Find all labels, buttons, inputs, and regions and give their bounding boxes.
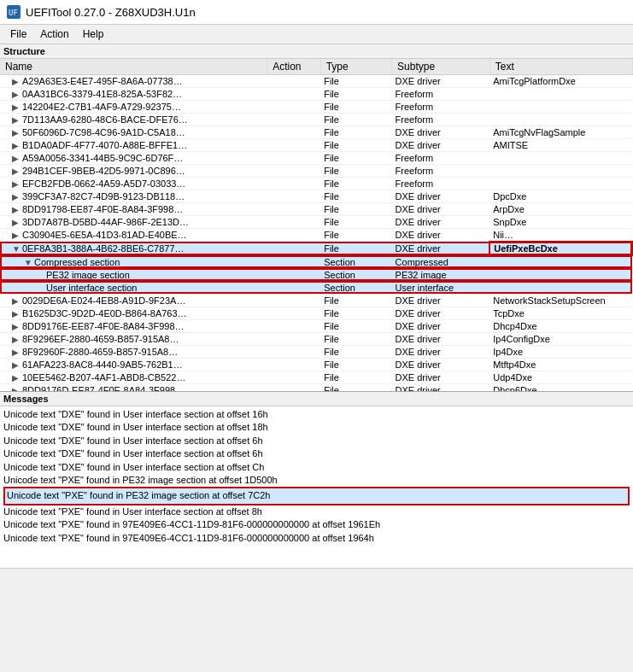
table-row[interactable]: ▶ 8F9296EF-2880-4659-B857-915A8…FileDXE …: [0, 332, 632, 345]
collapse-icon[interactable]: ▼: [24, 258, 34, 267]
row-name-text: A29A63E3-E4E7-495F-8A6A-07738…: [22, 76, 183, 86]
row-name-text: 8DD9176D-EE87-4F0E-8A84-3F998…: [22, 385, 185, 393]
row-name-text: 3DD7A87B-D5BD-44AF-986F-2E13D…: [22, 217, 189, 227]
expand-icon[interactable]: ▶: [12, 231, 22, 240]
expand-icon[interactable]: ▶: [12, 141, 22, 150]
subtype-cell: PE32 image: [392, 268, 490, 281]
text-cell: [489, 178, 632, 190]
table-row[interactable]: ▶ 142204E2-C7B1-4AF9-A729-92375…FileFree…: [0, 101, 632, 114]
expand-icon[interactable]: ▶: [12, 205, 22, 214]
type-cell: File: [320, 139, 391, 152]
subtype-cell: DXE driver: [392, 229, 490, 243]
table-row[interactable]: ▼ 0EF8A3B1-388A-4B62-8BE6-C7877…FileDXE …: [0, 242, 632, 255]
row-name-text: 8DD91798-EE87-4F0E-8A84-3F998…: [22, 204, 183, 214]
menu-help[interactable]: Help: [76, 26, 111, 42]
expand-icon[interactable]: ▶: [12, 77, 22, 86]
row-name-text: 61AFA223-8AC8-4440-9AB5-762B1…: [22, 359, 183, 370]
text-cell: AmiTcgPlatformDxe: [489, 75, 632, 88]
table-row[interactable]: ▶ 10EE5462-B207-4AF1-ABD8-CB522…FileDXE …: [0, 371, 632, 383]
name-cell: ▶ 7D113AA9-6280-48C6-BACE-DFE76…: [0, 114, 267, 126]
collapse-icon[interactable]: ▼: [12, 244, 22, 254]
structure-panel[interactable]: Name Action Type Subtype Text ▶ A29A63E3…: [0, 59, 633, 392]
messages-panel[interactable]: Unicode text "DXE" found in User interfa…: [0, 406, 633, 569]
table-row[interactable]: ▶ 0029DE6A-E024-4EB8-A91D-9F23A…FileDXE …: [0, 294, 632, 307]
table-row[interactable]: ▶ 61AFA223-8AC8-4440-9AB5-762B1…FileDXE …: [0, 358, 632, 371]
table-row[interactable]: ▶ EFCB2FDB-0662-4A59-A5D7-03033…FileFree…: [0, 178, 632, 190]
table-row[interactable]: ▼ Compressed sectionSectionCompressed: [0, 255, 632, 268]
type-cell: File: [320, 203, 391, 216]
subtype-cell: DXE driver: [392, 345, 490, 358]
type-cell: File: [320, 358, 391, 371]
table-row[interactable]: ▶ 7D113AA9-6280-48C6-BACE-DFE76…FileFree…: [0, 114, 632, 126]
table-row[interactable]: PE32 image sectionSectionPE32 image: [0, 268, 632, 281]
subtype-cell: DXE driver: [392, 358, 490, 371]
row-name-text: 7D113AA9-6280-48C6-BACE-DFE76…: [22, 114, 188, 125]
type-cell: File: [320, 332, 391, 345]
table-row[interactable]: ▶ 294B1CEF-9BEB-42D5-9971-0C896…FileFree…: [0, 165, 632, 178]
table-row[interactable]: User interface sectionSectionUser interf…: [0, 281, 632, 294]
table-header-row: Name Action Type Subtype Text: [0, 59, 632, 75]
text-cell: [489, 114, 632, 126]
row-name-text: PE32 image section: [46, 270, 130, 280]
type-cell: File: [320, 101, 391, 114]
expand-icon[interactable]: ▶: [12, 128, 22, 137]
table-row[interactable]: ▶ B1625D3C-9D2D-4E0D-B864-8A763…FileDXE …: [0, 307, 632, 319]
table-row[interactable]: ▶ 8DD9176E-EE87-4F0E-8A84-3F998…FileDXE …: [0, 319, 632, 332]
text-cell: SnpDxe: [489, 216, 632, 229]
row-name-text: B1625D3C-9D2D-4E0D-B864-8A763…: [22, 308, 187, 318]
menu-file[interactable]: File: [3, 26, 33, 42]
text-cell: Udp4Dxe: [489, 371, 632, 383]
expand-icon[interactable]: ▶: [12, 348, 22, 357]
name-cell: ▶ 8DD91798-EE87-4F0E-8A84-3F998…: [0, 203, 267, 216]
name-cell: ▶ 399CF3A7-82C7-4D9B-9123-DB118…: [0, 190, 267, 203]
expand-icon[interactable]: ▶: [12, 360, 22, 370]
text-cell: TcpDxe: [489, 307, 632, 319]
table-row[interactable]: ▶ 3DD7A87B-D5BD-44AF-986F-2E13D…FileDXE …: [0, 216, 632, 229]
text-cell: [489, 255, 632, 268]
text-cell: DpcDxe: [489, 190, 632, 203]
table-row[interactable]: ▶ A59A0056-3341-44B5-9C9C-6D76F…FileFree…: [0, 152, 632, 165]
expand-icon[interactable]: ▶: [12, 296, 22, 306]
expand-icon[interactable]: ▶: [12, 192, 22, 202]
expand-icon[interactable]: ▶: [12, 322, 22, 331]
col-action-header: Action: [267, 59, 321, 75]
subtype-cell: Freeform: [392, 101, 490, 114]
table-row[interactable]: ▶ B1DA0ADF-4F77-4070-A88E-BFFE1…FileDXE …: [0, 139, 632, 152]
table-row[interactable]: ▶ 8DD91798-EE87-4F0E-8A84-3F998…FileDXE …: [0, 203, 632, 216]
expand-icon[interactable]: ▶: [12, 218, 22, 227]
expand-icon[interactable]: ▶: [12, 115, 22, 125]
table-row[interactable]: ▶ C30904E5-6E5A-41D3-81AD-E40BE…FileDXE …: [0, 229, 632, 243]
expand-icon[interactable]: ▶: [12, 167, 22, 176]
expand-icon[interactable]: ▶: [12, 90, 22, 99]
expand-icon[interactable]: ▶: [12, 102, 22, 112]
expand-icon[interactable]: ▶: [12, 386, 22, 393]
action-cell: [267, 190, 321, 203]
action-cell: [267, 229, 321, 243]
type-cell: File: [320, 190, 391, 203]
table-row[interactable]: ▶ 0AA31BC6-3379-41E8-825A-53F82…FileFree…: [0, 88, 632, 101]
name-cell: ▶ 8F9296EF-2880-4659-B857-915A8…: [0, 332, 267, 345]
text-cell: Nii…: [489, 229, 632, 243]
menu-action[interactable]: Action: [33, 26, 75, 42]
table-row[interactable]: ▶ 8DD9176D-EE87-4F0E-8A84-3F998…FileDXE …: [0, 383, 632, 392]
text-cell: UefiPxeBcDxe: [489, 242, 632, 255]
text-cell: Dhcp4Dxe: [489, 319, 632, 332]
expand-icon[interactable]: ▶: [12, 154, 22, 163]
table-row[interactable]: ▶ 50F6096D-7C98-4C96-9A1D-C5A18…FileDXE …: [0, 126, 632, 139]
name-cell: ▶ 8DD9176E-EE87-4F0E-8A84-3F998…: [0, 319, 267, 332]
table-row[interactable]: ▶ A29A63E3-E4E7-495F-8A6A-07738…FileDXE …: [0, 75, 632, 88]
name-cell: ▶ EFCB2FDB-0662-4A59-A5D7-03033…: [0, 178, 267, 190]
action-cell: [267, 268, 321, 281]
name-cell: ▶ 294B1CEF-9BEB-42D5-9971-0C896…: [0, 165, 267, 178]
name-cell: ▶ B1DA0ADF-4F77-4070-A88E-BFFE1…: [0, 139, 267, 152]
expand-icon[interactable]: ▶: [12, 179, 22, 189]
name-cell: ▶ 3DD7A87B-D5BD-44AF-986F-2E13D…: [0, 216, 267, 229]
expand-icon[interactable]: ▶: [12, 335, 22, 344]
table-row[interactable]: ▶ 8F92960F-2880-4659-B857-915A8…FileDXE …: [0, 345, 632, 358]
expand-icon[interactable]: ▶: [12, 309, 22, 318]
expand-icon[interactable]: ▶: [12, 373, 22, 383]
table-row[interactable]: ▶ 399CF3A7-82C7-4D9B-9123-DB118…FileDXE …: [0, 190, 632, 203]
message-line: Unicode text "PXE" found in User interfa…: [3, 505, 630, 518]
row-name-text: B1DA0ADF-4F77-4070-A88E-BFFE1…: [22, 140, 187, 150]
action-cell: [267, 203, 321, 216]
